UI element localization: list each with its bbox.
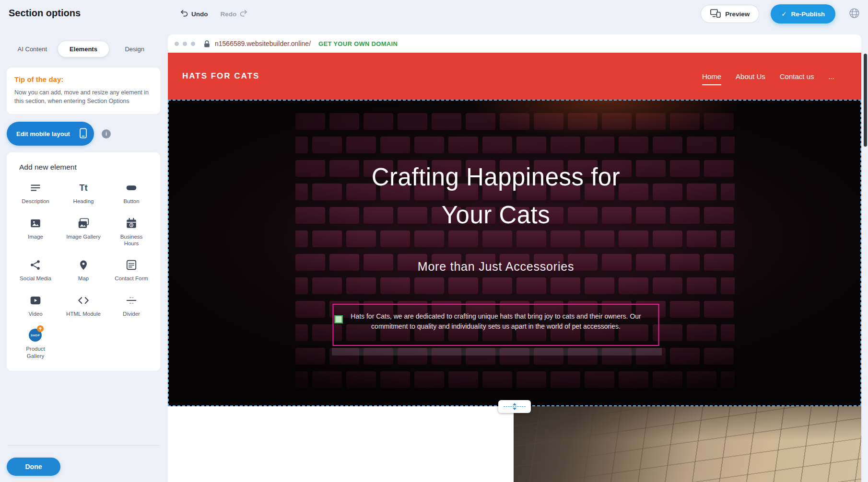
hero-subheading[interactable]: More than Just Accessories [418, 260, 575, 274]
site-logo[interactable]: HATS FOR CATS [182, 71, 259, 81]
history-controls: Undo Redo [180, 0, 247, 28]
add-new-element-title: Add new element [19, 163, 155, 172]
sidebar-tabs: AI Content Elements Design [7, 41, 160, 57]
phone-icon [80, 128, 87, 140]
resize-down-icon [513, 408, 516, 410]
redo-icon [240, 10, 247, 18]
lock-icon [204, 40, 210, 47]
tip-of-the-day-card: Tip of the day: Now you can add, move an… [7, 68, 160, 114]
html-module-icon [77, 294, 90, 307]
redo-button[interactable]: Redo [221, 10, 248, 18]
nav-home[interactable]: Home [702, 72, 721, 80]
resize-up-icon [513, 403, 516, 405]
element-divider[interactable]: Divider [107, 294, 155, 317]
tab-ai-content[interactable]: AI Content [7, 41, 58, 57]
element-business-hours[interactable]: Business Hours [107, 217, 155, 247]
next-section-white-area [168, 406, 514, 482]
element-map[interactable]: Map [59, 258, 107, 282]
canvas-scrollbar[interactable] [864, 54, 867, 147]
element-social-media[interactable]: Social Media [12, 258, 59, 282]
nav-more[interactable]: ... [828, 72, 834, 80]
site-url: n1566589.websitebuilder.online/ [215, 40, 311, 47]
resize-dash-line [504, 406, 526, 407]
image-gallery-icon [77, 217, 90, 230]
section-resize-handle[interactable] [498, 400, 531, 413]
check-icon: ✓ [781, 10, 786, 18]
edit-mobile-label: Edit mobile layout [16, 130, 70, 138]
divider-icon [125, 294, 138, 307]
done-button[interactable]: Done [7, 458, 60, 476]
element-button[interactable]: Button [107, 181, 155, 205]
element-ghost-strip [332, 348, 662, 356]
undo-button[interactable]: Undo [180, 10, 208, 18]
browser-chrome-bar: n1566589.websitebuilder.online/ GET YOUR… [168, 34, 861, 53]
undo-icon [180, 10, 188, 18]
element-image-gallery[interactable]: Image Gallery [59, 217, 107, 247]
map-icon [77, 258, 90, 272]
next-section-preview [168, 406, 861, 482]
selection-handle[interactable] [335, 315, 343, 323]
hero-content: Crafting Happiness for Your Cats More th… [168, 100, 861, 406]
site-header: HATS FOR CATS Home About Us Contact us .… [168, 53, 861, 100]
product-gallery-icon: SHOP [29, 329, 42, 342]
page-title: Section options [9, 8, 81, 19]
element-contact-form[interactable]: Contact Form [107, 258, 155, 282]
heading-icon: Tt [80, 181, 88, 195]
element-video[interactable]: Video [12, 294, 59, 317]
nav-about-us[interactable]: About Us [736, 72, 765, 80]
element-heading[interactable]: Tt Heading [59, 181, 107, 205]
republish-label: Re-Publish [791, 11, 825, 18]
topbar-actions: Preview ✓ Re-Publish [701, 0, 861, 28]
description-icon [29, 181, 42, 195]
info-icon[interactable]: i [102, 129, 111, 138]
edit-mobile-layout-button[interactable]: Edit mobile layout [7, 122, 94, 146]
site-preview-canvas: n1566589.websitebuilder.online/ GET YOUR… [168, 34, 861, 482]
social-media-icon [29, 258, 42, 272]
element-grid: Description Tt Heading Button Image Imag… [12, 181, 155, 359]
element-description[interactable]: Description [12, 181, 59, 205]
site-nav: Home About Us Contact us ... [702, 72, 834, 80]
tip-body: Now you can add, move and resize any ele… [14, 88, 152, 105]
undo-label: Undo [191, 11, 208, 18]
republish-button[interactable]: ✓ Re-Publish [771, 4, 835, 23]
element-image[interactable]: Image [12, 217, 59, 247]
add-new-element-panel: Add new element Description Tt Heading B… [7, 152, 160, 371]
contact-form-icon [125, 258, 138, 272]
get-your-own-domain-link[interactable]: GET YOUR OWN DOMAIN [318, 40, 398, 47]
section-options-sidebar: AI Content Elements Design Tip of the da… [0, 28, 167, 482]
edit-mobile-row: Edit mobile layout i [7, 122, 160, 146]
business-hours-icon [125, 217, 138, 230]
topbar: Section options Undo Redo Preview ✓ Re-P… [0, 0, 868, 28]
hero-heading[interactable]: Crafting Happiness for Your Cats [347, 158, 645, 234]
video-icon [29, 294, 42, 307]
tab-elements[interactable]: Elements [58, 41, 109, 57]
tab-design[interactable]: Design [109, 41, 160, 57]
tip-title: Tip of the day: [14, 75, 152, 83]
window-dots-icon [175, 42, 195, 46]
devices-icon [710, 9, 721, 19]
sidebar-divider [8, 445, 159, 446]
globe-icon [848, 7, 860, 21]
redo-label: Redo [221, 11, 237, 18]
upgrade-badge-icon [37, 325, 44, 332]
image-icon [29, 217, 42, 230]
preview-label: Preview [725, 11, 750, 18]
element-product-gallery[interactable]: SHOP Product Gallery [12, 329, 59, 359]
element-html-module[interactable]: HTML Module [59, 294, 107, 317]
hero-section-selected[interactable]: Crafting Happiness for Your Cats More th… [168, 100, 861, 406]
selected-text-element[interactable]: Hats for Cats, we are dedicated to craft… [333, 304, 659, 346]
language-globe-button[interactable] [847, 7, 861, 21]
nav-contact-us[interactable]: Contact us [780, 72, 814, 80]
preview-button[interactable]: Preview [701, 5, 759, 23]
pavement-photo [514, 406, 861, 482]
hero-paragraph[interactable]: Hats for Cats, we are dedicated to craft… [338, 311, 655, 332]
button-icon [125, 181, 138, 195]
